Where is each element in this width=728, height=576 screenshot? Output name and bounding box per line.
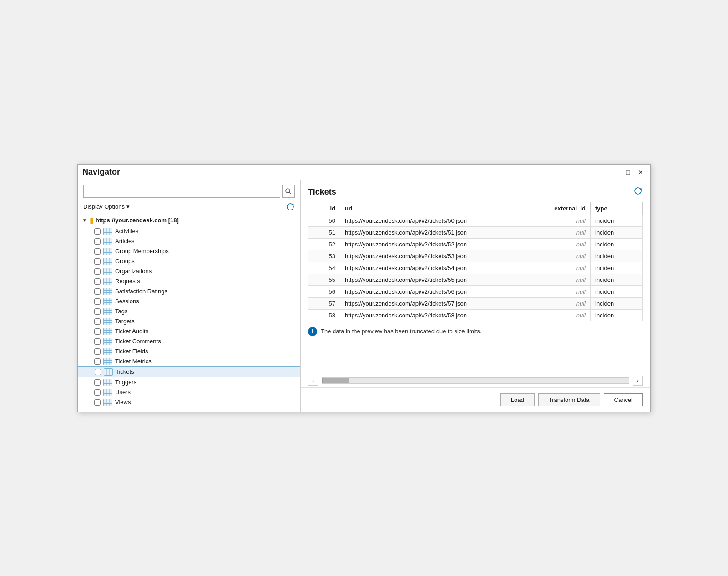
tree-item[interactable]: Ticket Metrics — [78, 356, 300, 366]
minimize-button[interactable]: □ — [623, 167, 633, 177]
title-bar: Navigator □ ✕ — [78, 165, 650, 180]
svg-rect-8 — [104, 238, 112, 245]
tree-item[interactable]: Ticket Comments — [78, 336, 300, 346]
tree-item[interactable]: Ticket Fields — [78, 346, 300, 356]
tree-item[interactable]: Requests — [78, 276, 300, 286]
cell-external-id: null — [531, 285, 591, 297]
svg-rect-83 — [104, 389, 112, 396]
tree-item[interactable]: Organizations — [78, 266, 300, 276]
table-icon — [103, 298, 112, 305]
truncated-notice-text: The data in the preview has been truncat… — [321, 328, 481, 335]
svg-rect-33 — [104, 288, 112, 295]
search-input[interactable] — [83, 185, 280, 198]
tree-item[interactable]: Satisfaction Ratings — [78, 286, 300, 296]
load-button[interactable]: Load — [500, 393, 535, 406]
col-header-type: type — [591, 202, 643, 215]
item-checkbox[interactable] — [94, 399, 101, 406]
col-header-id: id — [308, 202, 340, 215]
right-panel-refresh-button[interactable] — [633, 186, 643, 198]
tree-item[interactable]: Users — [78, 387, 300, 397]
cell-url: https://your.zendesk.com/api/v2/tickets/… — [340, 238, 531, 250]
window-title: Navigator — [82, 167, 120, 177]
scroll-right-button[interactable]: › — [633, 376, 643, 386]
table-icon — [104, 368, 113, 376]
tree-items-list: Activities Articles Group Memberships Gr… — [78, 226, 300, 407]
display-options-bar: Display Options ▾ — [78, 200, 300, 214]
item-checkbox[interactable] — [94, 278, 101, 285]
tree-item[interactable]: Views — [78, 397, 300, 407]
item-label: Tags — [115, 308, 127, 315]
table-row: 55https://your.zendesk.com/api/v2/ticket… — [308, 274, 643, 285]
close-button[interactable]: ✕ — [636, 167, 646, 177]
cell-url: https://your.zendesk.com/api/v2/tickets/… — [340, 250, 531, 262]
cell-external-id: null — [531, 250, 591, 262]
info-icon: i — [308, 327, 317, 336]
cell-external-id: null — [531, 226, 591, 238]
tree-item[interactable]: Sessions — [78, 296, 300, 306]
tree-item[interactable]: Articles — [78, 236, 300, 246]
item-checkbox[interactable] — [94, 389, 101, 396]
cell-url: https://your.zendesk.com/api/v2/tickets/… — [340, 297, 531, 309]
item-checkbox[interactable] — [94, 248, 101, 255]
transform-data-button[interactable]: Transform Data — [538, 393, 600, 406]
svg-line-1 — [289, 192, 291, 194]
display-options-button[interactable]: Display Options ▾ — [83, 203, 130, 210]
cell-url: https://your.zendesk.com/api/v2/tickets/… — [340, 215, 531, 226]
cell-url: https://your.zendesk.com/api/v2/tickets/… — [340, 309, 531, 321]
tree-item[interactable]: Tags — [78, 306, 300, 316]
cancel-button[interactable]: Cancel — [604, 393, 643, 406]
item-checkbox[interactable] — [94, 298, 101, 305]
item-checkbox[interactable] — [94, 328, 101, 335]
item-checkbox[interactable] — [94, 288, 101, 295]
item-checkbox[interactable] — [94, 268, 101, 275]
table-row: 50https://your.zendesk.com/api/v2/ticket… — [308, 215, 643, 226]
cell-id: 56 — [308, 285, 340, 297]
item-checkbox[interactable] — [94, 258, 101, 265]
tree-item[interactable]: Triggers — [78, 377, 300, 387]
item-label: Tickets — [116, 368, 134, 375]
item-checkbox[interactable] — [94, 379, 101, 386]
item-label: Sessions — [115, 298, 139, 305]
cell-external-id: null — [531, 309, 591, 321]
table-icon — [103, 348, 112, 355]
left-panel-refresh-button[interactable] — [286, 202, 295, 211]
table-icon — [103, 338, 112, 345]
tree-root-node[interactable]: ▼ ▮ https://your.zendesk.com [18] — [78, 214, 300, 226]
scroll-thumb[interactable] — [322, 378, 349, 383]
tree-item[interactable]: Ticket Audits — [78, 326, 300, 336]
tree-item[interactable]: Tickets — [78, 366, 300, 377]
search-button[interactable] — [282, 185, 295, 198]
item-checkbox[interactable] — [94, 348, 101, 355]
cell-id: 58 — [308, 309, 340, 321]
cell-type: inciden — [591, 274, 643, 285]
search-bar — [78, 180, 300, 200]
item-checkbox[interactable] — [94, 358, 101, 365]
cell-type: inciden — [591, 250, 643, 262]
tree-item[interactable]: Groups — [78, 256, 300, 266]
cell-external-id: null — [531, 215, 591, 226]
item-label: Requests — [115, 278, 140, 285]
folder-icon: ▮ — [90, 216, 94, 225]
collapse-arrow-icon: ▼ — [81, 218, 88, 223]
item-checkbox[interactable] — [94, 238, 101, 245]
item-checkbox[interactable] — [94, 308, 101, 315]
item-label: Organizations — [115, 268, 152, 275]
table-row: 53https://your.zendesk.com/api/v2/ticket… — [308, 250, 643, 262]
tree-item[interactable]: Group Memberships — [78, 246, 300, 256]
cell-id: 51 — [308, 226, 340, 238]
scroll-track[interactable] — [322, 377, 629, 384]
item-label: Views — [115, 399, 131, 406]
svg-rect-58 — [104, 338, 112, 345]
cell-external-id: null — [531, 238, 591, 250]
svg-rect-43 — [104, 308, 112, 315]
svg-rect-13 — [104, 248, 112, 255]
item-checkbox[interactable] — [94, 228, 101, 235]
scroll-left-button[interactable]: ‹ — [308, 376, 318, 386]
tree-item[interactable]: Activities — [78, 226, 300, 236]
table-body: 50https://your.zendesk.com/api/v2/ticket… — [308, 215, 643, 321]
item-checkbox[interactable] — [95, 369, 101, 375]
item-checkbox[interactable] — [94, 338, 101, 345]
item-checkbox[interactable] — [94, 318, 101, 325]
col-header-external-id: external_id — [531, 202, 591, 215]
tree-item[interactable]: Targets — [78, 316, 300, 326]
